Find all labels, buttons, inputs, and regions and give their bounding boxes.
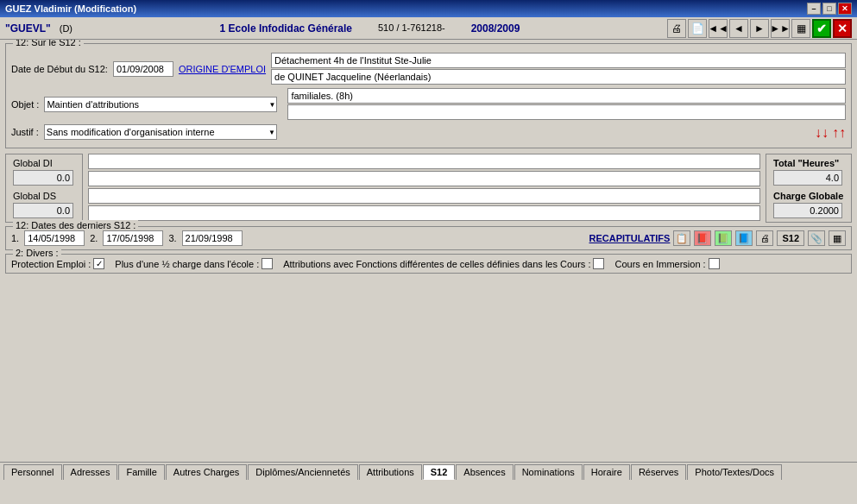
- middle-section: Global DI Global DS Total "Heures" Charg…: [5, 154, 852, 223]
- justif-label: Justif :: [11, 127, 39, 137]
- center-input-4[interactable]: [88, 205, 760, 221]
- print-button[interactable]: 🖨: [756, 230, 773, 246]
- dates-section: 12: Dates des derniers S12 : 1. 2. 3. RE…: [5, 226, 852, 250]
- divers-row: Protection Emploi : Plus d'une ½ charge …: [11, 258, 846, 269]
- recap-icon-4[interactable]: 📘: [735, 230, 753, 246]
- objet-row: Objet : Maintien d'attributions: [11, 88, 846, 120]
- text-lines: [271, 53, 846, 85]
- tab-absences[interactable]: Absences: [456, 464, 513, 480]
- objet-label: Objet :: [11, 99, 39, 110]
- tab-autres-charges[interactable]: Autres Charges: [166, 464, 247, 480]
- center-input-1[interactable]: [88, 154, 760, 169]
- immersion-checkbox[interactable]: [709, 258, 720, 269]
- num-label: 510 / 1-761218-: [378, 22, 445, 35]
- attributions-label: Attributions avec Fonctions différentes …: [283, 259, 590, 269]
- divers-item-2: Plus d'une ½ charge dans l'école :: [115, 258, 273, 269]
- tab-adresses[interactable]: Adresses: [63, 464, 118, 480]
- protection-checkbox[interactable]: [93, 258, 104, 269]
- objet-select[interactable]: Maintien d'attributions: [44, 97, 277, 112]
- divers-section: 2: Divers : Protection Emploi : Plus d'u…: [5, 254, 852, 274]
- date-label: Date de Début du S12:: [11, 64, 108, 74]
- justif-select[interactable]: Sans modification d'organisation interne: [44, 124, 277, 140]
- confirm-button[interactable]: ✔: [812, 19, 831, 38]
- justif-row: Justif : Sans modification d'organisatio…: [11, 123, 846, 141]
- text-line-1[interactable]: [271, 53, 846, 68]
- title-text: GUEZ Vladimir (Modification): [5, 3, 136, 14]
- tab-horaire[interactable]: Horaire: [583, 464, 630, 480]
- tab-photo[interactable]: Photo/Textes/Docs: [687, 464, 782, 480]
- total-heures-input[interactable]: [773, 170, 842, 186]
- recap-icon-3[interactable]: 📗: [715, 230, 732, 246]
- arrow-up-btn[interactable]: ↑↑: [832, 125, 846, 141]
- grid-small-button[interactable]: ▦: [829, 230, 846, 246]
- tab-s12[interactable]: S12: [423, 464, 456, 480]
- tab-attributions[interactable]: Attributions: [359, 464, 422, 480]
- recap-label[interactable]: RECAPITULATIFS: [589, 233, 671, 243]
- date2-input[interactable]: [103, 230, 163, 246]
- menu-center: 1 Ecole Infodidac Générale 510 / 1-76121…: [72, 22, 667, 35]
- d-label: (D): [60, 23, 72, 34]
- total-heures-label: Total "Heures": [773, 158, 844, 168]
- arrow-down-btn[interactable]: ↓↓: [815, 125, 829, 141]
- close-button[interactable]: ✕: [838, 3, 852, 15]
- minimize-button[interactable]: –: [807, 3, 821, 15]
- text-line-2[interactable]: [271, 69, 846, 85]
- immersion-label: Cours en Immersion :: [614, 259, 705, 269]
- recap-section: RECAPITULATIFS 📋 📕 📗 📘 🖨 S12 📎 ▦: [589, 230, 846, 246]
- grid-button[interactable]: ▦: [791, 19, 810, 38]
- divers-legend: 2: Divers :: [13, 248, 61, 258]
- global-ds-input[interactable]: [13, 203, 73, 218]
- tab-diplomes[interactable]: Diplômes/Anciennetés: [248, 464, 357, 480]
- objet-select-wrapper: Maintien d'attributions: [44, 97, 277, 112]
- global-di-input[interactable]: [13, 170, 73, 186]
- date2-num: 2.: [90, 233, 98, 243]
- text-lines-2: [287, 88, 846, 120]
- s12-button[interactable]: S12: [777, 230, 804, 246]
- date3-input[interactable]: [182, 230, 243, 246]
- center-input-2[interactable]: [88, 171, 760, 186]
- year-label: 2008/2009: [471, 22, 520, 35]
- arrow-left2-button[interactable]: ◄◄: [709, 19, 728, 38]
- page-button[interactable]: 📄: [688, 19, 707, 38]
- text-line-4[interactable]: [287, 104, 846, 120]
- cancel-x-button[interactable]: ✕: [833, 19, 852, 38]
- tab-nominations[interactable]: Nominations: [514, 464, 583, 480]
- attributions-checkbox[interactable]: [593, 258, 604, 269]
- justif-select-wrapper: Sans modification d'organisation interne: [44, 124, 277, 140]
- tab-famille[interactable]: Famille: [118, 464, 164, 480]
- arrow-right-button[interactable]: ►: [750, 19, 769, 38]
- recap-icon-2[interactable]: 📕: [694, 230, 711, 246]
- toolbar: 🖨 📄 ◄◄ ◄ ► ►► ▦ ✔ ✕: [667, 19, 852, 38]
- arrow-right2-button[interactable]: ►►: [771, 19, 790, 38]
- s12-legend: 12: Sur le S12 :: [13, 40, 84, 47]
- tab-bar: Personnel Adresses Famille Autres Charge…: [0, 462, 857, 480]
- arrow-left-button[interactable]: ◄: [729, 19, 748, 38]
- attach-button[interactable]: 📎: [808, 230, 825, 246]
- window-controls: – □ ✕: [807, 3, 852, 15]
- main-content: 12: Sur le S12 : Date de Début du S12: O…: [0, 40, 857, 480]
- text-line-3[interactable]: [287, 88, 846, 104]
- origine-link[interactable]: ORIGINE D'EMPLOI: [179, 64, 266, 74]
- date1-input[interactable]: [24, 230, 85, 246]
- date1-num: 1.: [11, 233, 19, 243]
- divers-item-1: Protection Emploi :: [11, 258, 104, 269]
- center-input-3[interactable]: [88, 188, 760, 204]
- dates-row: 1. 2. 3. RECAPITULATIFS 📋 📕 📗 📘 🖨 S12 📎 …: [11, 230, 846, 246]
- global-di-box: Global DI Global DS: [5, 154, 83, 223]
- arrow-buttons: ↓↓ ↑↑: [815, 125, 846, 141]
- ecole-label: 1 Ecole Infodidac Générale: [220, 22, 352, 35]
- date-row: Date de Début du S12: ORIGINE D'EMPLOI: [11, 53, 846, 85]
- total-box: Total "Heures" Charge Globale: [766, 154, 852, 223]
- date-input[interactable]: [113, 61, 173, 77]
- charge-globale-input[interactable]: [773, 203, 842, 218]
- demi-charge-checkbox[interactable]: [262, 258, 273, 269]
- tab-reserves[interactable]: Réserves: [631, 464, 686, 480]
- printer-button[interactable]: 🖨: [667, 19, 686, 38]
- tab-personnel[interactable]: Personnel: [3, 464, 62, 480]
- global-di-label: Global DI: [13, 158, 75, 168]
- s12-group: 12: Sur le S12 : Date de Début du S12: O…: [5, 43, 852, 148]
- demi-charge-label: Plus d'une ½ charge dans l'école :: [115, 259, 259, 269]
- recap-icon-1[interactable]: 📋: [673, 230, 690, 246]
- dates-legend: 12: Dates des derniers S12 :: [13, 220, 138, 230]
- maximize-button[interactable]: □: [822, 3, 836, 15]
